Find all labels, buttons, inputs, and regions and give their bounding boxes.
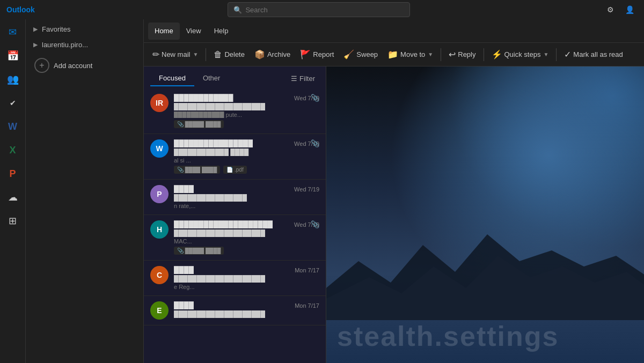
avatar: C [150, 266, 169, 284]
email-item[interactable]: P ████ Wed 7/19 ████████████████ n rate,… [144, 180, 326, 215]
app-logo: Outlook [6, 5, 35, 14]
email-sender: ████ [174, 266, 194, 274]
email-subject: ████████████████████ [174, 103, 319, 110]
sweep-button[interactable]: 🧹 Sweep [339, 46, 382, 63]
avatar: P [150, 185, 169, 203]
quick-steps-label: Quick steps [504, 50, 541, 58]
sidebar-item-apps[interactable]: ⊞ [2, 210, 24, 232]
tab-other[interactable]: Other [194, 71, 229, 86]
search-bar[interactable]: 🔍 [228, 2, 410, 17]
favorites-expand-button[interactable]: ▶ [32, 25, 39, 34]
archive-label: Archive [267, 50, 290, 58]
report-button[interactable]: 🚩 Report [296, 46, 338, 63]
mark-all-read-icon: ✓ [564, 49, 571, 60]
email-preview: MAC... [174, 238, 319, 245]
delete-label: Delete [224, 50, 245, 58]
report-icon: 🚩 [300, 49, 311, 60]
sidebar-icons: ✉ 📅 👥 ✔ W X P ☁ ⊞ [0, 19, 26, 363]
avatar: IR [150, 94, 169, 112]
move-to-label: Move to [400, 50, 425, 58]
reply-button[interactable]: ↩ Reply [444, 46, 480, 63]
sidebar-item-powerpoint[interactable]: P [2, 163, 24, 184]
email-header-row: ████ Wed 7/19 [174, 185, 319, 193]
email-list-panel: Focused Other ☰ Filter IR ████████████ [144, 66, 326, 363]
separator-2 [441, 48, 441, 61]
attachment-icon: 📎 [311, 220, 319, 228]
mark-all-read-button[interactable]: ✓ Mark all as read [560, 46, 627, 63]
main-wrapper: ✉ 📅 👥 ✔ W X P ☁ ⊞ ▶ Favorites ▶ laurenti… [0, 19, 644, 363]
email-preview: al si ... [174, 157, 319, 164]
email-header-row: ████████████████ Wed 7/19 [174, 139, 319, 147]
mark-all-read-label: Mark all as read [573, 50, 623, 58]
attachment-row: 📎 █████ ████ [174, 120, 319, 128]
account-button[interactable]: 👤 [623, 2, 638, 17]
settings-button[interactable]: ⚙ [603, 2, 618, 17]
quick-steps-button[interactable]: ⚡ Quick steps ▼ [487, 46, 553, 63]
email-header-row: ████ Mon 7/17 [174, 301, 319, 309]
separator-1 [206, 48, 206, 61]
email-item[interactable]: IR ████████████ Wed 7/19 ███████████████… [144, 88, 326, 134]
email-date: Mon 7/17 [295, 267, 319, 273]
search-icon: 🔍 [233, 6, 242, 14]
email-sender: ████████████████████ [174, 220, 273, 228]
filter-button[interactable]: ☰ Filter [287, 72, 319, 85]
sweep-icon: 🧹 [343, 49, 354, 60]
ribbon: Home View Help [144, 19, 644, 43]
email-sender: ████████████████ [174, 139, 253, 147]
toolbar: ✏ New mail ▼ 🗑 Delete 📦 Archive 🚩 Report… [144, 43, 644, 66]
email-preview: ████████████ pute... [174, 112, 319, 118]
attachment-chip: 📎 █████ ████ [174, 120, 224, 128]
delete-button[interactable]: 🗑 Delete [209, 46, 249, 63]
reply-icon: ↩ [449, 49, 456, 60]
new-mail-button[interactable]: ✏ New mail ▼ [148, 46, 202, 63]
email-area: Focused Other ☰ Filter IR ████████████ [144, 66, 644, 363]
tab-help[interactable]: Help [208, 23, 235, 40]
new-mail-label: New mail [162, 50, 190, 58]
email-sender: ████ [174, 301, 194, 309]
new-mail-dropdown-icon: ▼ [193, 51, 198, 57]
email-header-row: ████████████████████ Wed 7/19 [174, 220, 319, 228]
email-item[interactable]: W ████████████████ Wed 7/19 ████████████… [144, 134, 326, 180]
avatar: H [150, 220, 169, 239]
sidebar-item-people[interactable]: 👥 [2, 69, 24, 90]
reply-label: Reply [458, 50, 475, 58]
sidebar-item-word[interactable]: W [2, 116, 24, 137]
avatar: E [150, 301, 169, 320]
email-sender: ████ [174, 185, 194, 193]
sidebar-item-tasks[interactable]: ✔ [2, 92, 24, 114]
tab-focused[interactable]: Focused [150, 71, 194, 86]
search-input[interactable] [245, 6, 404, 14]
tab-home[interactable]: Home [148, 23, 180, 40]
archive-icon: 📦 [254, 49, 265, 60]
email-subject: ████████████ ████ [174, 149, 319, 156]
preview-panel: stealth.settings [326, 66, 644, 363]
account-section: ▶ laurentiu.piro... [26, 37, 143, 53]
email-header-row: ████ Mon 7/17 [174, 266, 319, 274]
sidebar-item-mail[interactable]: ✉ [2, 21, 24, 43]
attachment-icon: 📎 [311, 94, 319, 102]
email-item[interactable]: H ████████████████████ Wed 7/19 ████████… [144, 215, 326, 261]
email-item[interactable]: E ████ Mon 7/17 ████████████████████ [144, 296, 326, 325]
attachment-row: 📎 ████ ████ 📄 .pdf [174, 166, 319, 174]
sweep-label: Sweep [356, 50, 378, 58]
tab-view[interactable]: View [180, 23, 208, 40]
stealth-settings-text: stealth.settings [337, 320, 633, 352]
email-preview: n rate,... [174, 203, 319, 209]
archive-button[interactable]: 📦 Archive [250, 46, 295, 63]
attachment-icon: 📎 [311, 139, 319, 147]
sidebar-item-calendar[interactable]: 📅 [2, 45, 24, 66]
email-subject: ████████████████████ [174, 229, 319, 237]
avatar: W [150, 139, 169, 158]
add-account-label: Add account [54, 62, 92, 70]
account-expand-button[interactable]: ▶ [32, 40, 39, 49]
email-header-row: ████████████ Wed 7/19 [174, 94, 319, 102]
sidebar-item-excel[interactable]: X [2, 139, 24, 161]
add-account-item[interactable]: + Add account [28, 54, 141, 77]
title-bar-right: ⚙ 👤 [603, 2, 638, 17]
email-item[interactable]: C ████ Mon 7/17 ████████████████████ e R… [144, 261, 326, 296]
email-subject: ████████████████████ [174, 275, 319, 283]
sidebar-item-onedrive[interactable]: ☁ [2, 187, 24, 208]
add-account-icon: + [34, 58, 49, 73]
move-to-button[interactable]: 📁 Move to ▼ [383, 46, 437, 63]
email-date: Mon 7/17 [295, 302, 319, 309]
